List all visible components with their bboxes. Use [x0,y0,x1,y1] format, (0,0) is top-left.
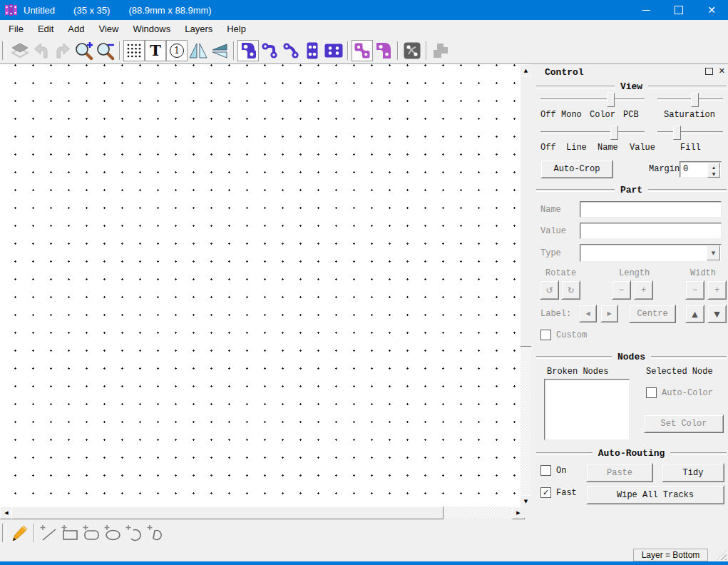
pencil-tool-button[interactable] [9,522,31,544]
display-mode-slider[interactable] [540,93,645,106]
pad-number-button[interactable]: 1 [166,40,188,61]
slider-handle[interactable] [607,93,615,107]
track-curve-button[interactable] [280,40,302,61]
part-value-input[interactable] [580,223,722,239]
resize-grip[interactable] [717,550,727,560]
header-rule [648,86,727,88]
maximize-button[interactable] [662,0,695,20]
auto-crop-button[interactable]: Auto-Crop [540,160,613,178]
toolbar-separator [34,524,35,542]
toolbar-handle[interactable] [2,41,6,60]
routing-on-checkbox-row[interactable]: On [540,465,566,476]
veropin-corner-button[interactable] [373,40,394,61]
routing-fast-checkbox-row[interactable]: ✓ Fast [540,487,577,498]
grid-toggle-button[interactable] [123,40,145,61]
header-rule [536,86,615,88]
close-button[interactable]: ✕ [695,0,728,20]
fill-slider[interactable] [657,126,723,138]
menu-view[interactable]: View [92,21,126,36]
flip-vertical-button[interactable] [209,40,230,61]
scroll-up-icon: ▲ [524,68,528,73]
label-right-button[interactable]: ▶ [600,305,618,322]
label-up-button[interactable]: ▲ [685,305,704,323]
routing-fast-checkbox[interactable]: ✓ [540,487,551,498]
custom-checkbox[interactable] [540,330,551,340]
draw-rounded-rect-icon [81,523,101,543]
rotate-cw-button[interactable]: ↻ [561,280,580,300]
track-corner-button[interactable] [237,40,259,61]
length-minus-button[interactable]: − [612,280,631,300]
slider-handle[interactable] [691,93,699,107]
panel-float-button[interactable] [705,68,713,75]
auto-color-checkbox-row[interactable]: Auto-Color [646,387,713,398]
rotate-ccw-button[interactable]: ↺ [540,280,559,300]
nodes-header-label: Nodes [617,352,645,362]
zoom-in-button[interactable] [73,40,95,61]
panel-close-button[interactable]: ✕ [719,66,725,76]
label-down-button[interactable]: ▼ [707,305,727,323]
header-rule [670,452,727,455]
custom-checkbox-row[interactable]: Custom [540,330,587,340]
auto-color-label: Auto-Color [662,388,713,398]
menu-add[interactable]: Add [61,21,91,36]
display-mode-tick-pcb: PCB [623,110,639,120]
tidy-button[interactable]: Tidy [662,463,724,482]
menu-file[interactable]: File [1,21,31,36]
width-plus-button[interactable]: + [707,280,727,300]
part-name-input[interactable] [580,201,722,218]
label-mode-tick-off: Off [540,143,556,153]
draw-closed-arc-button[interactable] [145,522,166,544]
draw-rect-button[interactable] [59,522,81,544]
slider-handle[interactable] [610,126,618,140]
toolbar-separator [119,41,121,60]
label-mode-slider[interactable] [540,126,645,138]
flip-horizontal-button[interactable] [188,40,209,61]
label-centre-button[interactable]: Centre [629,305,676,323]
draw-line-button[interactable] [38,522,59,544]
slider-groove [657,131,723,133]
board-canvas[interactable] [0,64,521,507]
minimize-button[interactable] [630,0,662,20]
horizontal-scrollbar[interactable]: ◀ ▶ [0,507,523,518]
label-left-button[interactable]: ◀ [579,305,597,322]
rotate-label: Rotate [545,268,576,278]
set-color-button[interactable]: Set Color [644,414,724,433]
part-type-combobox[interactable]: ▼ [580,244,722,262]
broken-nodes-list[interactable] [544,379,630,440]
track-curve-icon [282,41,300,60]
undo-button[interactable] [31,40,52,61]
veropin-track-button[interactable] [352,40,373,61]
header-rule [536,452,593,455]
netlines-button[interactable] [401,40,423,61]
track-sharp-button[interactable] [259,40,280,61]
auto-color-checkbox[interactable] [646,387,657,398]
draw-ellipse-button[interactable] [102,522,123,544]
draw-arc-button[interactable] [123,522,145,544]
redo-button[interactable] [52,40,73,61]
margin-spinbox[interactable]: 0 ▲ ▼ [680,161,722,178]
area-fill-button[interactable] [430,40,451,61]
menu-edit[interactable]: Edit [31,21,61,36]
pads-small-button[interactable] [302,40,323,61]
slider-handle[interactable] [673,126,681,140]
length-plus-button[interactable]: + [634,280,653,300]
toolbar-handle[interactable] [2,524,6,542]
menu-help[interactable]: Help [220,21,253,36]
combobox-arrow-button[interactable]: ▼ [707,245,720,260]
status-bar: Layer = Bottom [0,548,728,561]
wipe-all-tracks-button[interactable]: Wipe All Tracks [586,485,724,504]
menu-layers[interactable]: Layers [178,21,220,36]
layers-button[interactable] [9,40,31,61]
width-minus-button[interactable]: − [685,280,704,300]
routing-on-checkbox[interactable] [540,465,551,476]
pads-large-button[interactable] [323,40,344,61]
paste-button[interactable]: Paste [586,463,653,482]
vertical-scrollbar[interactable]: ▲ ▼ [521,64,531,507]
menu-windows[interactable]: Windows [125,21,178,36]
saturation-slider[interactable] [657,93,723,106]
zoom-out-button[interactable] [95,40,116,61]
draw-rounded-rect-button[interactable] [81,522,102,544]
text-tool-button[interactable]: T [145,40,166,61]
vertical-scroll-thumb[interactable] [520,76,532,347]
margin-spin-down[interactable]: ▼ [707,169,720,178]
